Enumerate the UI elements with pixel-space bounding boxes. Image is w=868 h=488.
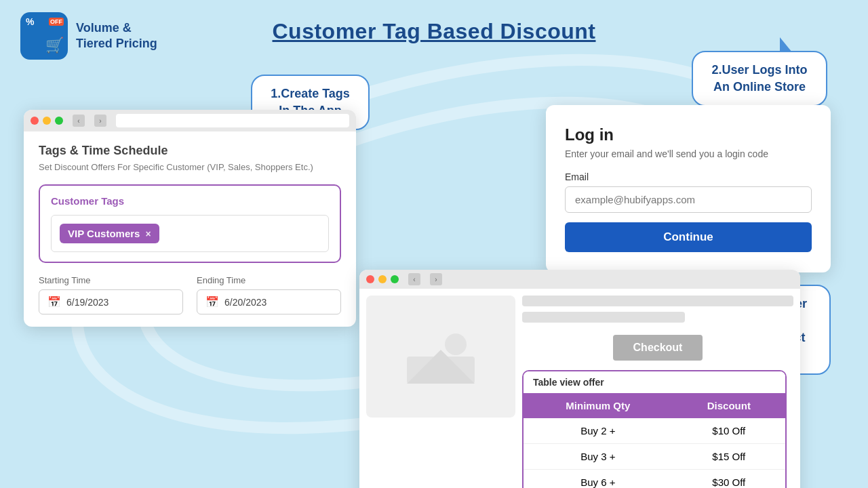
customer-tags-box: Customer Tags VIP Customers × [39,184,341,263]
logo-box: % OFF 🛒 [20,12,68,60]
login-subtitle: Enter your email and we'll send you a lo… [565,148,812,159]
email-input[interactable] [565,186,812,213]
col-discount: Discount [673,393,785,418]
product-title-placeholder2 [522,312,685,323]
product-right: Checkout Table view offer Minimum Qty Di… [522,296,793,488]
product-image [366,296,515,418]
discount-table-wrapper: Table view offer Minimum Qty Discount Bu… [522,370,787,488]
prod-nav-back[interactable]: ‹ [408,273,420,285]
app-window: ‹ › Tags & Time Schedule Set Discount Of… [24,110,356,327]
logo-percent-icon: % [26,16,34,27]
section-subtitle: Set Discount Offers For Specific Custome… [39,162,341,172]
logo-text: Volume & Tiered Pricing [76,20,157,52]
continue-button[interactable]: Continue [565,222,812,252]
page-title: Customer Tag Based Discount [273,19,596,44]
product-content: Checkout Table view offer Minimum Qty Di… [359,289,800,488]
product-titlebar: ‹ › [359,270,800,289]
starting-time-field: Starting Time 📅 6/19/2023 [39,275,183,314]
ending-time-label: Ending Time [197,275,341,285]
cell-qty: Buy 2 + [524,418,673,444]
logo-off-text: OFF [49,18,64,26]
prod-dot-yellow[interactable] [378,275,387,283]
starting-time-input[interactable]: 📅 6/19/2023 [39,289,183,314]
vip-tag-remove[interactable]: × [145,228,151,239]
discount-tbody: Buy 2 +$10 OffBuy 3 +$15 OffBuy 6 +$30 O… [524,418,785,488]
login-window: Log in Enter your email and we'll send y… [546,105,831,272]
cell-discount: $30 Off [673,470,785,489]
nav-back-btn[interactable]: ‹ [73,115,85,127]
tags-area[interactable]: VIP Customers × [51,215,329,252]
table-view-label: Table view offer [524,371,785,393]
checkout-button[interactable]: Checkout [613,335,703,361]
prod-nav-forward[interactable]: › [430,273,442,285]
cell-qty: Buy 6 + [524,470,673,489]
table-row: Buy 2 +$10 Off [524,418,785,444]
ending-time-input[interactable]: 📅 6/20/2023 [197,289,341,314]
dot-red[interactable] [31,117,39,125]
product-placeholder-icon [407,329,475,384]
col-min-qty: Minimum Qty [524,393,673,418]
email-label: Email [565,171,812,182]
logo-cart-icon: 🛒 [45,37,64,54]
prod-dot-green[interactable] [391,275,399,283]
cell-qty: Buy 3 + [524,444,673,470]
vip-tag-chip[interactable]: VIP Customers × [60,224,159,243]
table-row: Buy 6 +$30 Off [524,470,785,489]
vip-tag-label: VIP Customers [68,228,140,239]
product-title-placeholder1 [522,296,793,306]
step2-label: 2.User Logs IntoAn Online Store [711,63,807,94]
login-title: Log in [565,125,812,144]
table-row: Buy 3 +$15 Off [524,444,785,470]
customer-tags-label: Customer Tags [51,195,329,207]
step2-bubble: 2.User Logs IntoAn Online Store [692,51,827,106]
window-content: Tags & Time Schedule Set Discount Offers… [24,131,356,327]
cell-discount: $15 Off [673,444,785,470]
ending-time-value: 6/20/2023 [224,297,267,308]
calendar-icon-start: 📅 [47,296,61,308]
dot-green[interactable] [55,117,63,125]
product-window: ‹ › Checkout Table view offer Minimum [359,270,800,488]
table-header-row: Minimum Qty Discount [524,393,785,418]
ending-time-field: Ending Time 📅 6/20/2023 [197,275,341,314]
nav-forward-btn[interactable]: › [94,115,106,127]
time-row: Starting Time 📅 6/19/2023 Ending Time 📅 … [39,275,341,314]
cell-discount: $10 Off [673,418,785,444]
prod-dot-red[interactable] [366,275,374,283]
section-title: Tags & Time Schedule [39,144,341,158]
dot-yellow[interactable] [43,117,51,125]
calendar-icon-end: 📅 [205,296,219,308]
starting-time-value: 6/19/2023 [66,297,108,308]
discount-table: Minimum Qty Discount Buy 2 +$10 OffBuy 3… [524,393,785,488]
starting-time-label: Starting Time [39,275,183,285]
window-titlebar: ‹ › [24,110,356,131]
url-bar[interactable] [116,114,349,127]
svg-point-2 [445,333,467,355]
